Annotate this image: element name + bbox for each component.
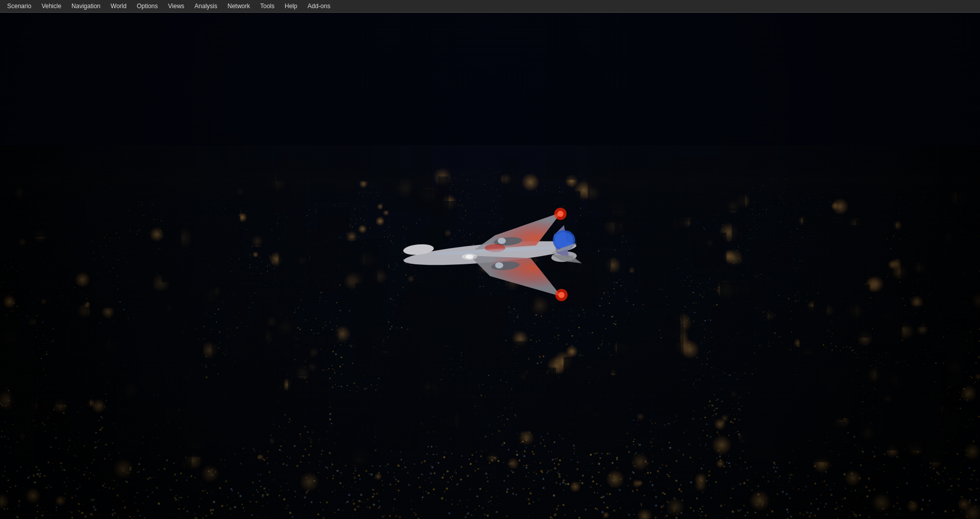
menu-world[interactable]: World bbox=[106, 1, 132, 11]
menu-network[interactable]: Network bbox=[223, 1, 255, 11]
city-night-background bbox=[0, 13, 980, 519]
menu-vehicle[interactable]: Vehicle bbox=[36, 1, 66, 11]
menu-navigation[interactable]: Navigation bbox=[66, 1, 106, 11]
menu-views[interactable]: Views bbox=[163, 1, 189, 11]
menu-options[interactable]: Options bbox=[132, 1, 163, 11]
sim-viewport[interactable] bbox=[0, 13, 980, 519]
menu-scenario[interactable]: Scenario bbox=[2, 1, 36, 11]
menu-help[interactable]: Help bbox=[280, 1, 303, 11]
menu-addons[interactable]: Add-ons bbox=[302, 1, 335, 11]
menu-bar: Scenario Vehicle Navigation World Option… bbox=[0, 0, 980, 13]
menu-tools[interactable]: Tools bbox=[255, 1, 280, 11]
menu-analysis[interactable]: Analysis bbox=[189, 1, 223, 11]
